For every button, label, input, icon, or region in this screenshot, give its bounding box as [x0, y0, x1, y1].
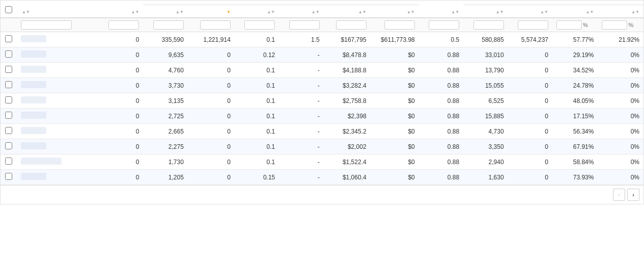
cost-organic-estd-sort-icon[interactable]: ▲▼: [358, 10, 367, 14]
impressions-organic-filter-input[interactable]: [473, 20, 504, 30]
data-table: ▲▼ ▲▼ ▲▼: [1, 1, 643, 185]
impressions-ppc-sort-icon[interactable]: ▲▼: [540, 10, 548, 14]
impressions-ppc-cell: 0: [508, 47, 552, 63]
filter-ctr-organic-cell: %: [552, 18, 598, 32]
keyword-sort-icon[interactable]: ▲▼: [22, 10, 30, 14]
traffic-ppc-sort-icon[interactable]: ▼: [227, 10, 231, 14]
keyword-filter-input[interactable]: [21, 20, 72, 30]
traffic-ppc-cell: 0: [188, 170, 235, 185]
impressions-organic-cell: 3,350: [463, 139, 508, 154]
keyword-group-header: ▲▼: [17, 1, 99, 18]
traffic-ppc-cell: 0: [188, 154, 235, 170]
traffic-organic-cell: 3,135: [143, 93, 187, 109]
impressions-organic-cell: 6,525: [463, 93, 508, 109]
row-checkbox[interactable]: [5, 35, 12, 42]
avg-cpc-cell: 0.88: [419, 139, 463, 154]
rank-organic-sort-icon[interactable]: ▲▼: [267, 10, 275, 14]
traffic-organic-cell: 2,275: [143, 139, 187, 154]
rank-organic-cell: 0.1: [235, 63, 279, 78]
rank-ppc-cell: -: [279, 170, 323, 185]
ctr-organic-cell: 34.52%: [552, 63, 598, 78]
row-checkbox[interactable]: [5, 96, 12, 103]
keyword-cell: [17, 124, 99, 139]
quality-score-cell: 0: [99, 32, 143, 47]
cost-organic-filter-input[interactable]: [336, 20, 367, 30]
row-checkbox-cell: [1, 47, 17, 63]
impressions-organic-cell: 13,790: [463, 63, 508, 78]
row-checkbox[interactable]: [5, 66, 12, 73]
filter-checkbox-cell: [1, 18, 17, 32]
row-checkbox[interactable]: [5, 81, 12, 88]
rank-organic-filter-input[interactable]: [244, 20, 275, 30]
traffic-organic-cell: 9,635: [143, 47, 187, 63]
cost-ppc-filter-input[interactable]: [384, 20, 415, 30]
impressions-organic-cell: 15,885: [463, 109, 508, 124]
avg-cpc-cell: 0.88: [419, 63, 463, 78]
row-checkbox-cell: [1, 109, 17, 124]
ctr-ppc-cell: 0%: [598, 139, 643, 154]
rank-ppc-filter-input[interactable]: [289, 20, 320, 30]
impressions-ppc-cell: 0: [508, 93, 552, 109]
impressions-ppc-filter-input[interactable]: [518, 20, 548, 30]
impressions-ppc-header: ▲▼: [508, 5, 552, 18]
keyword-blurred: [21, 81, 46, 88]
cost-group-header: [324, 1, 419, 5]
rank-ppc-cell: -: [279, 78, 323, 93]
ctr-ppc-sort-icon[interactable]: ▲▼: [631, 10, 639, 14]
keyword-cell: [17, 32, 99, 47]
traffic-ppc-cell: 0: [188, 124, 235, 139]
row-checkbox[interactable]: [5, 173, 12, 180]
ctr-organic-sort-icon[interactable]: ▲▼: [586, 10, 594, 14]
keyword-blurred: [21, 142, 46, 149]
ctr-organic-header: ▲▼: [552, 5, 598, 18]
keyword-cell: [17, 63, 99, 78]
ctr-organic-filter-input[interactable]: [556, 20, 582, 30]
avg-cpc-sort-icon[interactable]: ▲▼: [451, 10, 459, 14]
table-row: 01,20500.15-$1,060.4$00.881,630073.93%0%: [1, 170, 643, 185]
traffic-ppc-header: ▼: [188, 5, 235, 18]
row-checkbox[interactable]: [5, 112, 12, 119]
select-all-checkbox[interactable]: [5, 6, 12, 13]
row-checkbox[interactable]: [5, 142, 12, 149]
traffic-organic-cell: 1,205: [143, 170, 187, 185]
row-checkbox[interactable]: [5, 158, 12, 165]
ctr-organic-cell: 57.77%: [552, 32, 598, 47]
traffic-organic-cell: 4,760: [143, 63, 187, 78]
avg-cpc-filter-input[interactable]: [429, 20, 459, 30]
impressions-organic-sort-icon[interactable]: ▲▼: [496, 10, 504, 14]
quality-score-cell: 0: [99, 139, 143, 154]
keyword-blurred: [21, 96, 46, 103]
ctr-organic-cell: 24.78%: [552, 78, 598, 93]
impressions-organic-cell: 33,010: [463, 47, 508, 63]
next-page-button[interactable]: ›: [627, 189, 639, 201]
keyword-cell: [17, 170, 99, 185]
ctr-organic-cell: 56.34%: [552, 124, 598, 139]
impressions-ppc-cell: 0: [508, 78, 552, 93]
quality-score-cell: 0: [99, 109, 143, 124]
rank-ppc-sort-icon[interactable]: ▲▼: [312, 10, 320, 14]
row-checkbox[interactable]: [5, 50, 12, 58]
ctr-ppc-filter-input[interactable]: [602, 20, 627, 30]
traffic-ppc-filter-input[interactable]: [200, 20, 231, 30]
row-checkbox[interactable]: [5, 127, 12, 134]
rank-organic-cell: 0.1: [235, 93, 279, 109]
row-checkbox-cell: [1, 170, 17, 185]
cost-ppc-sort-icon[interactable]: ▲▼: [407, 10, 415, 14]
table-row: 02,72500.1-$2,398$00.8815,885017.15%0%: [1, 109, 643, 124]
cost-ppc-cell: $0: [371, 170, 419, 185]
traffic-organic-sort-icon[interactable]: ▲▼: [176, 10, 184, 14]
quality-filter-input[interactable]: [108, 20, 139, 30]
impressions-organic-header: ▲▼: [463, 5, 508, 18]
rank-organic-cell: 0.1: [235, 109, 279, 124]
ctr-organic-cell: 48.05%: [552, 93, 598, 109]
traffic-ppc-cell: 0: [188, 139, 235, 154]
cost-organic-estd-cell: $2,758.8: [324, 93, 371, 109]
traffic-ppc-cell: 0: [188, 47, 235, 63]
traffic-organic-filter-input[interactable]: [153, 20, 184, 30]
ctr-ppc-header: ▲▼: [598, 5, 643, 18]
quality-score-sort-icon[interactable]: ▲▼: [131, 10, 139, 14]
prev-page-button[interactable]: ‹: [613, 189, 625, 201]
cost-organic-estd-cell: $1,522.4: [324, 154, 371, 170]
keyword-cell: [17, 154, 99, 170]
keyword-cell: [17, 78, 99, 93]
